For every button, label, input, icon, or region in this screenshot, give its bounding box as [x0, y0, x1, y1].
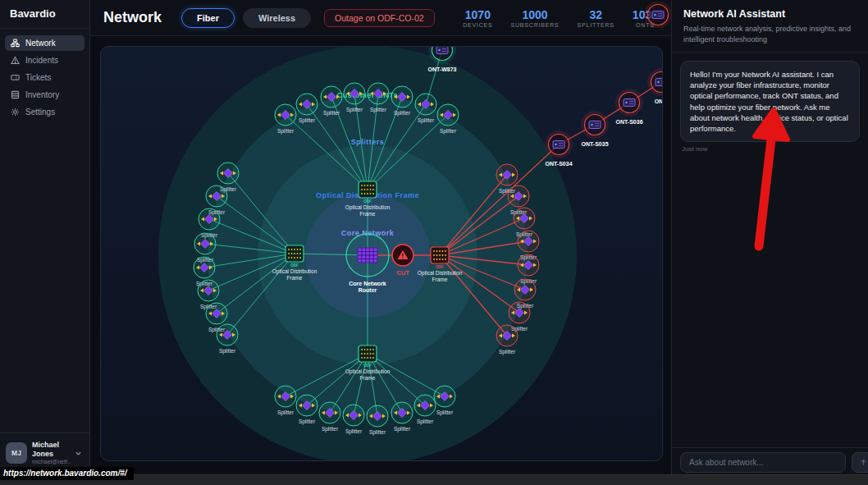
browser-status-url: https://network.bavardio.com/#/ [0, 467, 134, 480]
ai-panel-title: Network AI Assistant [683, 8, 857, 20]
node-splitter[interactable]: Splitter [296, 395, 318, 425]
node-label: Router [359, 287, 377, 293]
node-label: Splitter [499, 349, 516, 355]
node-label: ODF [363, 364, 372, 368]
node-label: Splitter [418, 117, 435, 124]
node-label: Optical Distribution [345, 368, 391, 375]
node-splitter[interactable]: Splitter [344, 83, 365, 113]
node-label: Splitter [394, 110, 411, 117]
node-label: Splitter [345, 428, 363, 435]
node-label: Splitter [436, 410, 454, 416]
node-splitter[interactable]: Splitter [414, 395, 436, 425]
sidebar-item-inventory[interactable]: Inventory [5, 87, 85, 103]
warning-icon [11, 56, 20, 65]
ai-panel-subtitle: Real-time network analysis, predictive i… [683, 24, 857, 44]
ai-assistant-panel: Network AI Assistant Real-time network a… [671, 0, 868, 474]
node-label: Core Network [349, 281, 386, 286]
node-label: Frame [360, 375, 376, 381]
ai-panel-header: Network AI Assistant Real-time network a… [672, 0, 868, 53]
node-splitter[interactable]: Splitter [367, 405, 388, 436]
node-label: Splitter [440, 128, 457, 135]
node-label: Splitter [299, 117, 316, 124]
network-map[interactable]: Customer ONTsSplittersOptical Distributi… [100, 46, 663, 461]
node-label: ONT-S034 [545, 161, 572, 167]
send-button[interactable] [852, 452, 868, 473]
sidebar-item-network[interactable]: Network [5, 35, 85, 51]
stat-devices: 1070DEVICES [463, 8, 492, 28]
node-label: ODF [290, 263, 299, 268]
node-ont[interactable]: ONT-S035 [581, 111, 609, 147]
node-label: ONT-W873 [427, 66, 456, 72]
node-label: Frame [432, 277, 448, 282]
tab-wireless[interactable]: Wireless [243, 8, 311, 28]
node-splitter[interactable]: Splitter [368, 83, 389, 113]
node-splitter[interactable]: Splitter [343, 405, 364, 435]
node-splitter[interactable]: Splitter [496, 325, 518, 355]
node-label: Splitter [346, 107, 363, 113]
sidebar-item-tickets[interactable]: Tickets [5, 70, 85, 85]
node-splitter[interactable]: Splitter [391, 402, 413, 432]
page-title: Network [103, 9, 162, 26]
sidebar: Bavardio NetworkIncidentsTicketsInventor… [0, 0, 90, 474]
node-ont-overflow[interactable] [645, 2, 671, 28]
node-splitter[interactable]: Splitter [217, 324, 238, 355]
node-label: ODF [436, 265, 444, 269]
brand-logo: Bavardio [0, 0, 89, 29]
node-splitter[interactable]: Splitter [321, 86, 342, 117]
node-label: Optical Distribution [418, 270, 463, 277]
node-splitter[interactable]: Splitter [296, 94, 318, 124]
stat-splitters: 32SPLITTERS [578, 8, 614, 28]
chevron-down-icon [75, 446, 82, 460]
sidebar-item-label: Network [25, 39, 56, 48]
node-splitter[interactable]: Splitter [275, 104, 296, 135]
main-area: Network FiberWireless Outage on ODF-CO-0… [90, 0, 671, 474]
app-window: Bavardio NetworkIncidentsTicketsInventor… [0, 0, 868, 485]
node-splitter[interactable]: Splitter [319, 402, 340, 432]
node-ont[interactable]: ONT- [647, 68, 663, 104]
node-label: ONT- [655, 98, 663, 104]
node-label: Frame [287, 275, 303, 281]
chat-input-row [672, 447, 868, 474]
node-label: Splitter [394, 426, 411, 432]
node-label: ODF [363, 199, 372, 204]
node-splitter[interactable]: Splitter [437, 104, 459, 135]
user-email: michael@netf... [32, 459, 70, 464]
node-label: Splitter [219, 348, 236, 355]
message-timestamp: Just now [682, 145, 858, 153]
node-label: ONT-S035 [581, 141, 608, 147]
node-splitter[interactable]: Splitter [415, 94, 436, 124]
ticket-icon [11, 73, 20, 82]
user-name: Michael Jones [32, 441, 70, 459]
sidebar-item-label: Incidents [25, 56, 58, 65]
node-label: Optical Distribution [345, 204, 391, 211]
outage-badge[interactable]: Outage on ODF-CO-02 [324, 9, 435, 27]
node-ont[interactable]: ONT-S036 [615, 89, 643, 125]
chat-input[interactable] [680, 452, 846, 473]
tab-fiber[interactable]: Fiber [181, 8, 235, 28]
node-splitter[interactable]: Splitter [275, 386, 296, 416]
node-ont[interactable]: ONT-S034 [545, 130, 573, 167]
node-label: Splitter [417, 419, 434, 425]
sidebar-item-label: Settings [25, 108, 55, 117]
node-label: ONT-S036 [615, 119, 642, 125]
content-area: Customer ONTsSplittersOptical Distributi… [90, 36, 671, 474]
stat-subscribers: 1000SUBSCRIBERS [511, 8, 560, 28]
node-label: Splitter [277, 128, 295, 135]
node-label: Frame [360, 211, 376, 217]
node-label: Splitter [277, 410, 295, 416]
node-label: Splitter [370, 107, 387, 113]
node-splitter[interactable]: Splitter [391, 86, 413, 117]
node-router[interactable]: Core NetworkRouter [346, 234, 389, 293]
sidebar-item-settings[interactable]: Settings [5, 104, 85, 120]
avatar: MJ [6, 442, 27, 464]
sidebar-item-label: Inventory [25, 90, 59, 99]
topbar: Network FiberWireless Outage on ODF-CO-0… [90, 0, 671, 36]
gear-icon [11, 108, 20, 117]
node-label: CUT [396, 269, 409, 277]
node-splitter[interactable]: Splitter [434, 386, 455, 416]
sidebar-item-incidents[interactable]: Incidents [5, 53, 85, 68]
node-ont[interactable]: ONT-W873 [427, 47, 456, 72]
stats-bar: 1070DEVICES1000SUBSCRIBERS32SPLITTERS103… [463, 8, 658, 28]
node-label: Splitter [299, 419, 316, 425]
topology-icon [11, 39, 20, 48]
